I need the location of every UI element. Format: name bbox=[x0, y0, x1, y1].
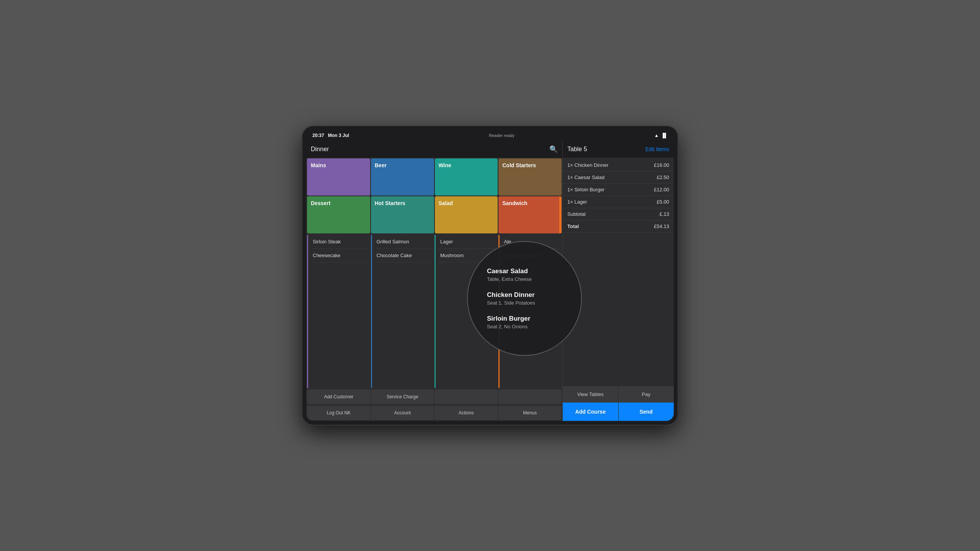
edit-items-button[interactable]: Edit Items bbox=[645, 146, 669, 152]
list-item[interactable]: Sirloin Steak bbox=[311, 235, 368, 249]
order-item-name: 1× Sirloin Burger bbox=[567, 187, 604, 192]
menus-button[interactable]: Menus bbox=[498, 406, 562, 420]
status-icons: ▲ ▐▌ bbox=[654, 133, 668, 138]
view-tables-button[interactable]: View Tables bbox=[563, 386, 618, 403]
ipad-frame: 20:37 Mon 3 Jul Reader ready ▲ ▐▌ Dinner… bbox=[302, 126, 678, 425]
send-button[interactable]: Send bbox=[619, 403, 674, 421]
order-item-row: 1× Sirloin Burger £12.00 bbox=[563, 184, 674, 196]
order-items: 1× Chicken Dinner £16.00 1× Caesar Salad… bbox=[563, 158, 674, 386]
order-item-row: 1× Caesar Salad £2.50 bbox=[563, 171, 674, 184]
account-button[interactable]: Account bbox=[371, 406, 434, 420]
pay-button[interactable]: Pay bbox=[619, 386, 674, 403]
status-center: Reader ready bbox=[489, 133, 514, 138]
add-customer-button[interactable]: Add Customer bbox=[307, 390, 371, 404]
table-header: Table 5 Edit Items bbox=[563, 141, 674, 158]
actions-button[interactable]: Actions bbox=[434, 406, 498, 420]
order-item-row: Subtotal £.13 bbox=[563, 208, 674, 220]
order-item-price: £.13 bbox=[660, 211, 669, 217]
list-item[interactable]: Ale bbox=[503, 235, 559, 249]
bottom-actions-row1: Add Customer Service Charge bbox=[306, 389, 562, 405]
category-mains[interactable]: Mains bbox=[307, 158, 370, 196]
ipad-screen: 20:37 Mon 3 Jul Reader ready ▲ ▐▌ Dinner… bbox=[306, 130, 674, 421]
right-panel-actions: View Tables Pay Add Course Send bbox=[563, 386, 674, 421]
list-item[interactable]: Croque Madame bbox=[503, 249, 559, 262]
list-item[interactable]: Grilled Salmon bbox=[375, 235, 431, 249]
main-content: Dinner 🔍 Mains Beer Wine Cold Starte bbox=[306, 141, 674, 421]
order-item-price: £54.13 bbox=[654, 223, 669, 229]
category-hot-starters[interactable]: Hot Starters bbox=[371, 196, 434, 233]
category-beer[interactable]: Beer bbox=[371, 158, 434, 196]
log-out-button[interactable]: Log Out NK bbox=[307, 406, 371, 420]
list-item[interactable]: Mushroom bbox=[439, 249, 495, 262]
blank-button-2 bbox=[498, 390, 562, 404]
menu-title: Dinner bbox=[311, 146, 329, 153]
list-item[interactable]: Lager bbox=[439, 235, 495, 249]
category-cold-starters[interactable]: Cold Starters bbox=[498, 158, 562, 196]
list-item[interactable]: Cheesecake bbox=[311, 249, 368, 262]
status-time: 20:37 Mon 3 Jul bbox=[312, 133, 349, 138]
order-item-price: £16.00 bbox=[654, 162, 669, 168]
category-sandwich[interactable]: Sandwich bbox=[498, 196, 562, 233]
order-item-price: £2.50 bbox=[657, 174, 669, 180]
left-panel: Dinner 🔍 Mains Beer Wine Cold Starte bbox=[306, 141, 563, 421]
order-item-price: £12.00 bbox=[654, 187, 669, 192]
blank-button-1 bbox=[434, 390, 498, 404]
order-item-row: 1× Chicken Dinner £16.00 bbox=[563, 159, 674, 171]
category-dessert[interactable]: Dessert bbox=[307, 196, 370, 233]
battery-icon: ▐▌ bbox=[661, 133, 668, 138]
category-grid: Mains Beer Wine Cold Starters Dessert bbox=[306, 158, 562, 234]
service-charge-button[interactable]: Service Charge bbox=[371, 390, 434, 404]
right-panel: Table 5 Edit Items 1× Chicken Dinner £16… bbox=[563, 141, 674, 421]
order-item-name: 1× Lager bbox=[567, 199, 587, 205]
category-salad[interactable]: Salad bbox=[435, 196, 498, 233]
item-col-4: Ale Croque Madame bbox=[498, 235, 562, 388]
order-item-row: Total £54.13 bbox=[563, 220, 674, 233]
bottom-actions-row2: Log Out NK Account Actions Menus bbox=[306, 405, 562, 421]
right-primary-row: Add Course Send bbox=[563, 403, 674, 421]
wifi-icon: ▲ bbox=[654, 133, 659, 138]
items-section: Sirloin Steak Cheesecake Grilled Salmon … bbox=[306, 234, 562, 389]
order-item-name: Total bbox=[567, 223, 579, 229]
search-bar: Dinner 🔍 bbox=[306, 141, 562, 158]
item-col-1: Sirloin Steak Cheesecake bbox=[307, 235, 371, 388]
right-action-row: View Tables Pay bbox=[563, 386, 674, 403]
order-item-row: 1× Lager £5.00 bbox=[563, 196, 674, 208]
order-item-name: 1× Chicken Dinner bbox=[567, 162, 608, 168]
add-course-button[interactable]: Add Course bbox=[563, 403, 618, 421]
order-item-name: Subtotal bbox=[567, 211, 586, 217]
category-wine[interactable]: Wine bbox=[435, 158, 498, 196]
order-item-price: £5.00 bbox=[657, 199, 669, 205]
status-bar: 20:37 Mon 3 Jul Reader ready ▲ ▐▌ bbox=[306, 130, 674, 141]
list-item[interactable]: Chocolate Cake bbox=[375, 249, 431, 262]
item-col-3: Lager Mushroom bbox=[434, 235, 498, 388]
table-title: Table 5 bbox=[567, 146, 587, 153]
order-item-name: 1× Caesar Salad bbox=[567, 174, 604, 180]
item-col-2: Grilled Salmon Chocolate Cake bbox=[371, 235, 434, 388]
search-icon[interactable]: 🔍 bbox=[549, 145, 558, 153]
